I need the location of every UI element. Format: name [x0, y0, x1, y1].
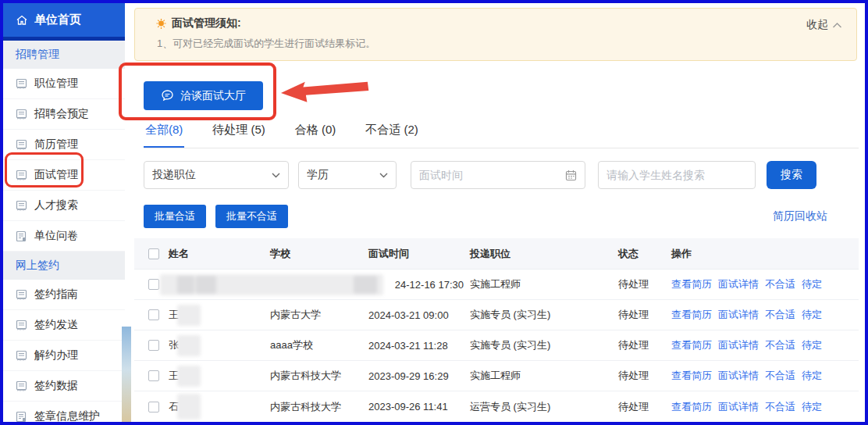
home-icon — [16, 14, 28, 27]
tab-qualified[interactable]: 合格 (0) — [293, 123, 338, 148]
sidebar: 单位首页 招聘管理 职位管理 招聘会预定 简历管理 面试管理 人才搜索 单位问卷 — [3, 3, 125, 422]
sidebar-item-termination-handling[interactable]: 解约办理 — [3, 341, 125, 371]
sidebar-item-signing-data[interactable]: 签约数据 — [3, 371, 125, 402]
sidebar-item-label: 面试管理 — [34, 168, 78, 182]
sidebar-item-signing-guide[interactable]: 签约指南 — [3, 280, 125, 310]
col-header-actions: 操作 — [670, 247, 859, 261]
cell-time: 2024-03-21 11:28 — [367, 340, 468, 352]
collapse-toggle[interactable]: 收起 — [806, 18, 842, 32]
sidebar-item-talent-search[interactable]: 人才搜索 — [3, 191, 125, 221]
pending-decision-link[interactable]: 待定 — [802, 400, 822, 414]
education-select-value: 学历 — [307, 168, 329, 182]
cell-actions: 查看简历 面试详情 不合适 待定 — [670, 277, 859, 291]
table-row: 24-12-16 17:30 实施工程师 待处理 查看简历 面试详情 不合适 待… — [134, 270, 859, 300]
interview-time-input[interactable] — [411, 161, 585, 189]
cell-time: 2023-09-29 16:29 — [367, 370, 468, 382]
view-resume-link[interactable]: 查看简历 — [671, 308, 712, 322]
cell-actions: 查看简历 面试详情 不合适 待定 — [670, 308, 859, 322]
row-checkbox[interactable] — [148, 279, 159, 290]
col-header-time: 面试时间 — [367, 247, 468, 261]
row-checkbox[interactable] — [148, 402, 159, 412]
education-select[interactable]: 学历 — [298, 161, 397, 189]
chevron-down-icon — [272, 173, 280, 178]
document-icon — [16, 78, 27, 90]
cell-position: 实施专员 (实习生) — [468, 308, 617, 322]
position-select-value: 投递职位 — [152, 168, 196, 182]
view-resume-link[interactable]: 查看简历 — [671, 369, 712, 383]
unsuitable-link[interactable]: 不合适 — [765, 308, 795, 322]
interview-detail-link[interactable]: 面试详情 — [718, 308, 759, 322]
unsuitable-link[interactable]: 不合适 — [765, 400, 795, 414]
row-checkbox[interactable] — [148, 309, 159, 320]
notice-banner: 面试管理须知: 1、可对已经完成面试的学生进行面试结果标记。 收起 — [134, 8, 857, 61]
sidebar-header-label: 单位首页 — [34, 12, 81, 27]
interview-time-field[interactable] — [419, 169, 565, 181]
sidebar-item-label: 解约办理 — [34, 348, 78, 362]
unsuitable-link[interactable]: 不合适 — [765, 338, 795, 352]
cell-actions: 查看简历 面试详情 不合适 待定 — [670, 338, 859, 352]
sidebar-item-signing-send[interactable]: 签约发送 — [3, 310, 125, 341]
cell-position: 实施工程师 — [468, 277, 617, 291]
interview-detail-link[interactable]: 面试详情 — [718, 369, 759, 383]
interview-detail-link[interactable]: 面试详情 — [718, 338, 759, 352]
view-resume-link[interactable]: 查看简历 — [671, 338, 712, 352]
pending-decision-link[interactable]: 待定 — [802, 369, 822, 383]
sidebar-header-home[interactable]: 单位首页 — [3, 3, 125, 37]
sidebar-item-label: 单位问卷 — [34, 229, 78, 243]
pending-decision-link[interactable]: 待定 — [802, 277, 822, 291]
filter-bar: 投递职位 学历 搜索 — [144, 161, 859, 189]
bulb-icon — [155, 18, 167, 30]
redacted-blur — [177, 305, 201, 326]
student-name-field[interactable] — [607, 169, 747, 181]
sidebar-item-position-management[interactable]: 职位管理 — [3, 69, 125, 99]
sidebar-item-seal-info-maintenance[interactable]: 签章信息维护 — [3, 402, 125, 425]
unsuitable-link[interactable]: 不合适 — [765, 277, 795, 291]
interview-detail-link[interactable]: 面试详情 — [718, 400, 759, 414]
tab-pending[interactable]: 待处理 (5) — [211, 123, 267, 148]
sidebar-item-label: 签章信息维护 — [34, 409, 100, 423]
sidebar-item-resume-management[interactable]: 简历管理 — [3, 130, 125, 160]
interview-hall-button-label: 洽谈面试大厅 — [180, 89, 246, 103]
notice-title: 面试管理须知: — [172, 16, 241, 30]
document-icon — [16, 200, 27, 212]
chat-bubble-icon — [161, 89, 174, 102]
cell-position: 运营专员 (实习生) — [468, 400, 617, 414]
batch-fit-button[interactable]: 批量合适 — [144, 205, 206, 228]
row-checkbox[interactable] — [148, 340, 159, 351]
cell-school: 内蒙古科技大学 — [269, 369, 367, 383]
pending-decision-link[interactable]: 待定 — [802, 338, 822, 352]
chevron-up-icon — [832, 22, 842, 29]
cell-actions: 查看简历 面试详情 不合适 待定 — [670, 400, 859, 414]
resume-recycle-bin-link[interactable]: 简历回收站 — [773, 209, 827, 223]
sidebar-section-recruitment: 招聘管理 — [3, 41, 125, 69]
row-checkbox[interactable] — [148, 370, 159, 381]
document-icon — [16, 230, 27, 242]
table-row: 张 aaaa学校 2024-03-21 11:28 实施专员 (实习生) 待处理… — [134, 330, 859, 361]
calendar-icon — [565, 170, 577, 181]
tab-all[interactable]: 全部(8) — [144, 123, 184, 148]
interview-table: 姓名 学校 面试时间 投递职位 状态 操作 24-12-16 17:30 实施工… — [134, 238, 859, 422]
position-select[interactable]: 投递职位 — [144, 161, 289, 189]
sidebar-section-online-signing: 网上签约 — [3, 252, 125, 280]
tab-unsuitable[interactable]: 不合适 (2) — [364, 123, 420, 148]
cell-status: 待处理 — [617, 308, 670, 322]
batch-action-bar: 批量合适 批量不合适 简历回收站 — [144, 205, 859, 228]
pending-decision-link[interactable]: 待定 — [802, 308, 822, 322]
document-icon — [16, 320, 27, 331]
search-button[interactable]: 搜索 — [767, 161, 816, 189]
interview-detail-link[interactable]: 面试详情 — [718, 277, 759, 291]
sidebar-item-jobfair-booking[interactable]: 招聘会预定 — [3, 99, 125, 130]
interview-hall-button[interactable]: 洽谈面试大厅 — [144, 81, 263, 110]
document-icon — [16, 139, 27, 151]
batch-unfit-button[interactable]: 批量不合适 — [215, 205, 288, 228]
view-resume-link[interactable]: 查看简历 — [671, 277, 712, 291]
sidebar-item-label: 人才搜索 — [34, 198, 78, 212]
select-all-checkbox[interactable] — [148, 248, 159, 259]
cell-status: 待处理 — [617, 277, 670, 291]
student-name-search[interactable] — [598, 161, 756, 189]
sidebar-item-company-questionnaire[interactable]: 单位问卷 — [3, 221, 125, 252]
unsuitable-link[interactable]: 不合适 — [765, 369, 795, 383]
sidebar-item-interview-management[interactable]: 面试管理 — [3, 160, 125, 191]
main-content: 面试管理须知: 1、可对已经完成面试的学生进行面试结果标记。 收起 洽谈面试大厅… — [125, 3, 865, 422]
view-resume-link[interactable]: 查看简历 — [671, 400, 712, 414]
